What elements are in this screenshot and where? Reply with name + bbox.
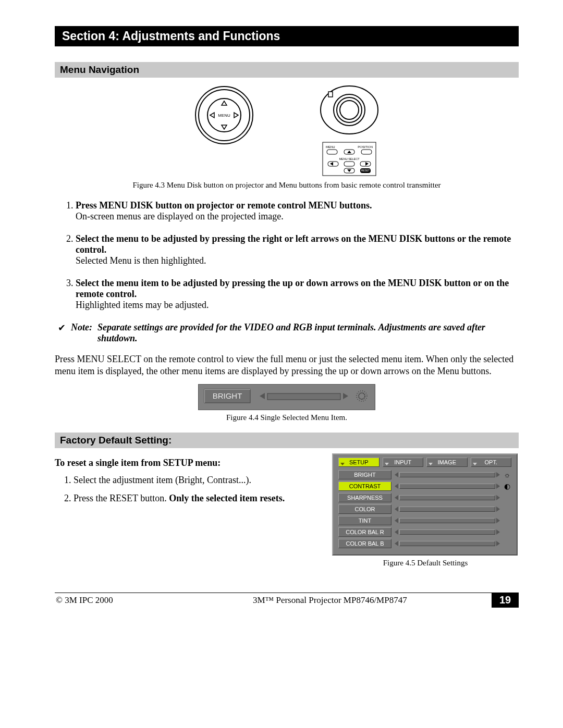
note: ✔ Note: Separate settings are provided f… [55, 322, 519, 344]
slider-bar[interactable] [399, 495, 495, 500]
subhead-menu-navigation: Menu Navigation [55, 62, 519, 78]
setup-row[interactable]: COLOR BAL R [338, 527, 511, 537]
setup-item-label: BRIGHT [338, 470, 391, 479]
arrow-right-icon[interactable] [496, 507, 500, 512]
figure-4-3-caption: Figure 4.3 Menu Disk button on projector… [55, 181, 519, 190]
slider[interactable] [395, 529, 500, 535]
slider-bar[interactable] [399, 484, 495, 489]
setup-item-label: SHARPNESS [338, 493, 391, 502]
menu-disk-label: MENU [218, 113, 230, 118]
reset-step-1: Select the adjustment item (Bright, Cont… [74, 475, 316, 486]
setup-row[interactable]: CONTRAST◐ [338, 482, 511, 491]
setup-row[interactable]: COLOR [338, 504, 511, 514]
reset-step-2: Press the RESET button. Only the selecte… [74, 493, 316, 504]
blank-icon [503, 528, 511, 536]
svg-rect-35 [267, 393, 340, 400]
figure-4-4-caption: Figure 4.4 Single Selected Menu Item. [55, 413, 519, 422]
diagram-row: MENU MENU POSITION MENU SELECT [55, 84, 519, 178]
slider[interactable] [395, 541, 500, 546]
blank-icon [503, 505, 511, 513]
arrow-right-icon[interactable] [496, 472, 500, 477]
svg-text:RESET: RESET [361, 169, 370, 172]
reset-heading: To reset a single item from SETUP menu: [55, 458, 316, 468]
figure-4-5-caption: Figure 4.5 Default Settings [332, 559, 519, 567]
setup-item-label: CONTRAST [338, 482, 391, 491]
slider-bar[interactable] [399, 507, 495, 512]
setup-item-label: COLOR BAL R [338, 527, 391, 537]
page-number: 19 [492, 593, 519, 608]
footer-product: 3M™ Personal Projector MP8746/MP8747 [168, 593, 492, 608]
arrow-left-icon[interactable] [395, 484, 398, 489]
svg-rect-31 [204, 389, 250, 390]
subhead-factory-default: Factory Default Setting: [55, 433, 519, 448]
arrow-right-icon[interactable] [496, 518, 500, 523]
svg-point-10 [340, 101, 359, 119]
tab-image[interactable]: IMAGE [426, 458, 468, 467]
setup-item-label: TINT [338, 516, 391, 525]
figure-4-4-image: BRIGHT [55, 384, 519, 410]
tab-setup[interactable]: SETUP [338, 458, 380, 467]
check-icon: ✔ [58, 322, 66, 344]
svg-text:MENU: MENU [326, 145, 335, 149]
blank-icon [503, 493, 511, 502]
arrow-right-icon[interactable] [496, 541, 500, 546]
arrow-left-icon[interactable] [395, 472, 398, 477]
arrow-right-icon[interactable] [496, 495, 500, 500]
contrast-icon: ◐ [503, 482, 511, 490]
setup-tabs: SETUP INPUT IMAGE OPT. [338, 458, 511, 467]
footer: © 3M IPC 2000 3M™ Personal Projector MP8… [55, 593, 519, 608]
tab-opt[interactable]: OPT. [471, 458, 512, 467]
svg-rect-22 [344, 162, 354, 166]
arrow-right-icon[interactable] [496, 529, 500, 535]
tab-input[interactable]: INPUT [383, 458, 424, 467]
step-2: Select the menu to be adjusted by pressi… [76, 233, 519, 266]
setup-row[interactable]: BRIGHT☼ [338, 470, 511, 479]
arrow-left-icon[interactable] [395, 518, 398, 523]
menu-select-paragraph: Press MENU SELECT on the remote control … [55, 353, 519, 378]
slider[interactable] [395, 507, 500, 512]
svg-rect-11 [328, 92, 333, 97]
slider[interactable] [395, 484, 500, 489]
setup-row[interactable]: SHARPNESS [338, 493, 511, 502]
slider[interactable] [395, 472, 500, 477]
navigation-steps: Press MENU DISK button on projector or r… [55, 200, 519, 311]
blank-icon [503, 516, 511, 525]
setup-row[interactable]: COLOR BAL B [338, 539, 511, 548]
section-title: Section 4: Adjustments and Functions [55, 26, 519, 46]
svg-text:MENU SELECT: MENU SELECT [339, 157, 360, 161]
svg-rect-32 [204, 389, 205, 403]
reset-steps: Select the adjustment item (Bright, Cont… [55, 475, 316, 504]
svg-rect-16 [361, 150, 372, 154]
slider-bar[interactable] [399, 541, 495, 546]
footer-copyright: © 3M IPC 2000 [55, 593, 168, 608]
slider-bar[interactable] [399, 529, 495, 535]
step-1: Press MENU DISK button on projector or r… [76, 200, 519, 222]
arrow-left-icon[interactable] [395, 507, 398, 512]
slider-bar[interactable] [399, 472, 495, 477]
setup-item-label: COLOR [338, 504, 391, 514]
arrow-left-icon[interactable] [395, 529, 398, 535]
svg-rect-14 [327, 150, 337, 154]
arrow-left-icon[interactable] [395, 541, 398, 546]
step-3: Select the menu item to be adjusted by p… [76, 278, 519, 311]
remote-dial-icon [318, 84, 381, 136]
setup-menu-panel: SETUP INPUT IMAGE OPT. BRIGHT☼CONTRAST◐S… [332, 453, 518, 556]
remote-buttons-icon: MENU POSITION MENU SELECT RESET [322, 141, 377, 178]
slider[interactable] [395, 495, 500, 500]
menu-disk-icon: MENU [193, 84, 255, 146]
setup-row[interactable]: TINT [338, 516, 511, 525]
arrow-right-icon[interactable] [496, 484, 500, 489]
svg-text:POSITION: POSITION [358, 145, 373, 149]
sun-icon: ☼ [503, 471, 511, 479]
setup-item-label: COLOR BAL B [338, 539, 391, 548]
svg-text:BRIGHT: BRIGHT [213, 391, 242, 400]
slider-bar[interactable] [399, 518, 495, 523]
blank-icon [503, 539, 511, 548]
arrow-left-icon[interactable] [395, 495, 398, 500]
slider[interactable] [395, 518, 500, 523]
